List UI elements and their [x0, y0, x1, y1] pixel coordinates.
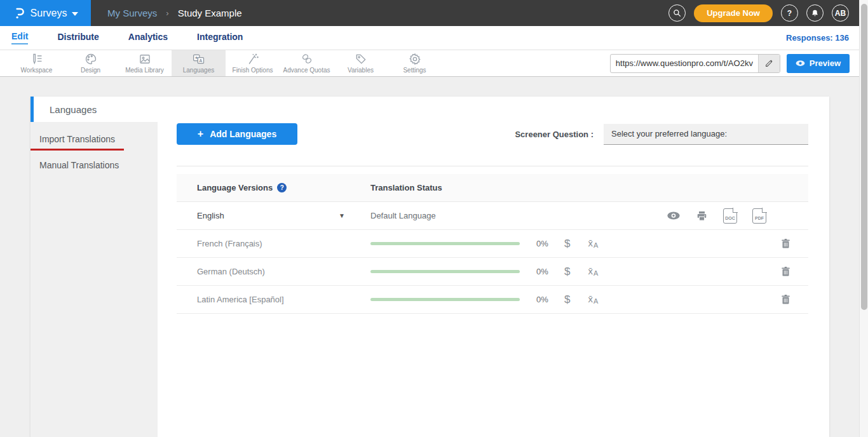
avatar[interactable]: AB: [832, 4, 849, 22]
eye-icon: [796, 60, 805, 67]
tool-languages[interactable]: ★ A Languages: [172, 50, 226, 76]
language-versions-help-icon[interactable]: ?: [277, 183, 287, 192]
preview-button[interactable]: Preview: [787, 54, 850, 73]
tool-label: Workspace: [21, 67, 53, 74]
languages-sidebar: Languages Import Translations Manual Tra…: [31, 97, 158, 437]
screener-question-label: Screener Question :: [515, 130, 593, 139]
screener-question-select[interactable]: Select your preferred language:: [604, 124, 808, 145]
translation-progress-bar: [370, 242, 520, 245]
delete-language-button[interactable]: [781, 266, 790, 277]
add-languages-label: Add Languages: [210, 129, 276, 139]
export-doc-button[interactable]: DOC: [723, 208, 737, 224]
table-row-language: German (Deutsch) 0% $ x̄A: [177, 258, 808, 286]
column-header-translation-status: Translation Status: [370, 183, 442, 192]
tool-label: Settings: [403, 67, 426, 74]
section-divider: [177, 166, 808, 166]
tool-label: Finish Options: [233, 67, 273, 74]
svg-text:A: A: [199, 58, 202, 64]
plus-icon: +: [198, 128, 203, 140]
auto-translate-icon[interactable]: x̄A: [588, 238, 598, 249]
media-library-icon: [139, 53, 151, 65]
languages-card: Languages Import Translations Manual Tra…: [31, 97, 829, 437]
pencil-icon: [765, 59, 773, 67]
topbar-actions: Upgrade Now ? AB: [668, 4, 868, 22]
tool-variables[interactable]: Variables: [334, 50, 388, 76]
tool-label: Media Library: [125, 67, 164, 74]
workspace-icon: [31, 53, 43, 65]
export-pdf-button[interactable]: PDF: [752, 208, 766, 224]
print-survey-button[interactable]: [696, 210, 708, 222]
active-section-accent: [31, 97, 34, 122]
survey-url-box: [610, 54, 780, 73]
product-menu[interactable]: Surveys: [0, 0, 91, 26]
paid-translation-icon[interactable]: $: [564, 238, 570, 250]
pdf-file-icon: PDF: [752, 208, 766, 224]
advance-quotas-icon: [301, 53, 313, 65]
tool-finish-options[interactable]: Finish Options: [226, 50, 280, 76]
tool-label: Variables: [348, 67, 374, 74]
translation-progress-percent: 0%: [536, 239, 555, 248]
column-header-language-versions: Language Versions: [197, 183, 273, 192]
languages-icon: ★ A: [192, 53, 206, 65]
printer-icon: [696, 210, 708, 222]
settings-icon: [409, 53, 421, 65]
delete-language-button[interactable]: [781, 294, 790, 305]
tool-settings[interactable]: Settings: [388, 50, 442, 76]
sidebar-title-row: Languages: [31, 97, 158, 122]
language-name: German (Deutsch): [197, 267, 265, 276]
default-language-status: Default Language: [370, 211, 436, 220]
auto-translate-icon[interactable]: x̄A: [588, 294, 598, 305]
trash-icon: [781, 294, 790, 305]
bell-icon: [811, 9, 819, 17]
translation-progress-bar: [370, 270, 520, 273]
translation-progress-bar: [370, 298, 520, 301]
delete-language-button[interactable]: [781, 238, 790, 249]
survey-url-input[interactable]: [611, 58, 758, 68]
tool-media-library[interactable]: Media Library: [118, 50, 172, 76]
language-dropdown-caret-icon[interactable]: ▼: [339, 212, 345, 219]
responses-count[interactable]: Responses: 136: [786, 33, 849, 43]
auto-translate-icon[interactable]: x̄A: [588, 266, 598, 277]
top-bar: Surveys My Surveys › Study Example Upgra…: [0, 0, 868, 26]
tab-distribute[interactable]: Distribute: [57, 32, 98, 44]
language-name: French (Français): [197, 239, 262, 248]
preview-label: Preview: [810, 58, 841, 68]
tab-analytics[interactable]: Analytics: [128, 32, 168, 44]
upgrade-now-button[interactable]: Upgrade Now: [694, 4, 773, 22]
tool-design[interactable]: Design: [64, 50, 118, 76]
tab-edit[interactable]: Edit: [11, 31, 28, 44]
finish-options-icon: [247, 53, 259, 65]
languages-table: Language Versions ? Translation Status E…: [177, 174, 808, 314]
translation-progress-percent: 0%: [536, 295, 555, 304]
paid-translation-icon[interactable]: $: [564, 266, 570, 278]
questionpro-logo-icon: [13, 6, 25, 20]
add-languages-button[interactable]: + Add Languages: [177, 123, 297, 145]
survey-nav: Edit Distribute Analytics Integration Re…: [0, 26, 868, 50]
trash-icon: [781, 238, 790, 249]
table-header-row: Language Versions ? Translation Status: [177, 174, 808, 202]
scrollbar-thumb[interactable]: [861, 4, 867, 310]
chevron-down-icon: [72, 12, 78, 16]
page-background: Languages Import Translations Manual Tra…: [0, 77, 868, 437]
search-button[interactable]: [668, 4, 686, 22]
notifications-button[interactable]: [806, 4, 824, 22]
languages-content: + Add Languages Screener Question : Sele…: [158, 97, 829, 437]
tool-workspace[interactable]: Workspace: [10, 50, 64, 76]
doc-file-icon: DOC: [723, 208, 737, 224]
table-row-default-language: English ▼ Default Language: [177, 202, 808, 230]
paid-translation-icon[interactable]: $: [564, 293, 570, 306]
page-scrollbar[interactable]: [859, 0, 868, 437]
language-name: Latin America [Español]: [197, 295, 284, 304]
edit-url-button[interactable]: [758, 55, 780, 72]
tab-integration[interactable]: Integration: [197, 32, 243, 44]
sidebar-item-import-translations[interactable]: Import Translations: [31, 134, 124, 151]
view-survey-button[interactable]: [667, 211, 681, 220]
help-button[interactable]: ?: [781, 4, 798, 22]
tool-label: Design: [81, 67, 100, 74]
table-row-language: Latin America [Español] 0% $ x̄A: [177, 286, 808, 314]
breadcrumb-my-surveys[interactable]: My Surveys: [107, 8, 157, 18]
default-language-name: English: [197, 211, 224, 220]
trash-icon: [781, 266, 790, 277]
tool-advance-quotas[interactable]: Advance Quotas: [280, 50, 334, 76]
sidebar-item-manual-translations[interactable]: Manual Translations: [31, 160, 128, 170]
